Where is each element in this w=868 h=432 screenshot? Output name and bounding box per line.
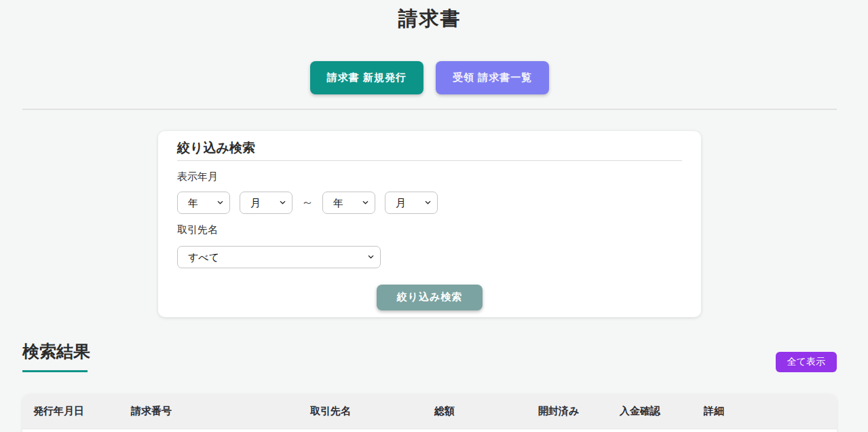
month-from-select[interactable]: 月 bbox=[240, 192, 293, 214]
show-all-button[interactable]: 全て表示 bbox=[776, 352, 837, 372]
column-header-detail: 詳細 bbox=[693, 394, 837, 429]
column-header-opened: 開封済み bbox=[527, 394, 609, 429]
month-to-select-wrap: 月 bbox=[385, 192, 438, 214]
column-header-issue-date: 発行年月日 bbox=[22, 394, 120, 429]
results-table: 発行年月日 請求番号 取引先名 総額 開封済み 入金確認 詳細 bbox=[22, 394, 837, 432]
results-header: 検索結果 全て表示 bbox=[22, 342, 837, 372]
client-name-label: 取引先名 bbox=[177, 223, 682, 236]
table-row bbox=[22, 429, 837, 432]
page-title: 請求書 bbox=[22, 5, 837, 33]
results-heading-underline bbox=[22, 370, 88, 372]
year-to-select[interactable]: 年 bbox=[322, 192, 375, 214]
year-from-select[interactable]: 年 bbox=[177, 192, 230, 214]
column-header-invoice-number: 請求番号 bbox=[120, 394, 299, 429]
column-header-total-amount: 総額 bbox=[423, 394, 527, 429]
action-buttons-row: 請求書 新規発行 受領 請求書一覧 bbox=[22, 61, 837, 94]
table-header-row: 発行年月日 請求番号 取引先名 総額 開封済み 入金確認 詳細 bbox=[22, 394, 837, 429]
client-select[interactable]: すべて bbox=[177, 246, 381, 268]
new-invoice-button[interactable]: 請求書 新規発行 bbox=[310, 61, 423, 94]
received-invoices-button[interactable]: 受領 請求書一覧 bbox=[436, 61, 549, 94]
column-header-payment-confirmed: 入金確認 bbox=[609, 394, 693, 429]
results-heading: 検索結果 bbox=[22, 342, 90, 361]
year-from-select-wrap: 年 bbox=[177, 192, 230, 214]
filter-submit-row: 絞り込み検索 bbox=[177, 285, 682, 310]
invoice-page: 請求書 請求書 新規発行 受領 請求書一覧 絞り込み検索 表示年月 年 月 bbox=[22, 5, 837, 432]
results-heading-block: 検索結果 bbox=[22, 342, 90, 372]
period-select-row: 年 月 ～ 年 bbox=[177, 192, 682, 214]
month-from-select-wrap: 月 bbox=[240, 192, 293, 214]
client-select-row: すべて bbox=[177, 246, 682, 268]
display-period-label: 表示年月 bbox=[177, 170, 682, 183]
filter-card: 絞り込み検索 表示年月 年 月 ～ bbox=[158, 131, 701, 317]
filter-search-button[interactable]: 絞り込み検索 bbox=[377, 285, 483, 310]
results-table-container: 発行年月日 請求番号 取引先名 総額 開封済み 入金確認 詳細 bbox=[22, 394, 837, 432]
filter-heading: 絞り込み検索 bbox=[177, 141, 682, 156]
column-header-client-name: 取引先名 bbox=[299, 394, 423, 429]
section-divider bbox=[22, 109, 837, 110]
month-to-select[interactable]: 月 bbox=[385, 192, 438, 214]
table-row-empty-cell bbox=[22, 429, 837, 432]
period-range-separator: ～ bbox=[301, 194, 314, 211]
filter-heading-divider bbox=[177, 160, 682, 161]
client-select-wrap: すべて bbox=[177, 246, 381, 268]
year-to-select-wrap: 年 bbox=[322, 192, 375, 214]
